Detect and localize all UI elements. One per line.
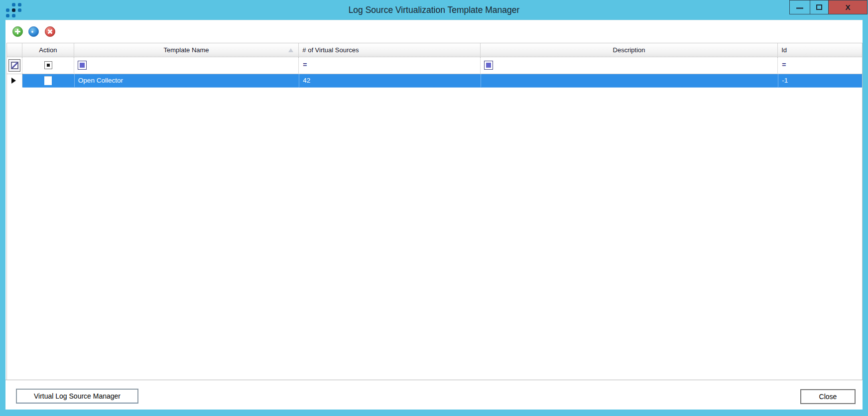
grid-filter-row: = = bbox=[7, 57, 862, 74]
close-button[interactable]: Close bbox=[800, 389, 856, 404]
action-filter-checkbox-icon[interactable] bbox=[44, 61, 52, 69]
filter-selector-cell bbox=[7, 57, 22, 74]
minimize-button[interactable] bbox=[789, 0, 810, 14]
filter-description-cell[interactable] bbox=[481, 57, 778, 74]
slashed-square-filter-icon bbox=[11, 62, 18, 69]
maximize-icon bbox=[816, 4, 822, 10]
close-icon: X bbox=[845, 3, 850, 11]
action-checkbox[interactable] bbox=[44, 76, 52, 85]
titlebar: Log Source Virtualization Template Manag… bbox=[0, 0, 868, 20]
delete-template-button[interactable] bbox=[45, 26, 55, 37]
close-window-button[interactable]: X bbox=[828, 0, 868, 14]
header-description[interactable]: Description bbox=[481, 43, 778, 57]
filter-id-cell[interactable]: = bbox=[778, 57, 862, 74]
template-grid: Action Template Name # of Virtual Source… bbox=[6, 43, 863, 380]
virtual-log-source-manager-button[interactable]: Virtual Log Source Manager bbox=[16, 389, 138, 404]
action-cell[interactable] bbox=[22, 74, 74, 88]
table-row[interactable]: Open Collector 42 -1 bbox=[7, 74, 862, 88]
header-description-label: Description bbox=[613, 46, 645, 54]
id-cell[interactable]: -1 bbox=[778, 74, 862, 88]
template-name-filter-square-icon[interactable] bbox=[78, 61, 87, 70]
add-template-button[interactable] bbox=[12, 26, 23, 37]
description-cell[interactable] bbox=[481, 74, 778, 88]
filter-template-name-cell[interactable] bbox=[74, 57, 299, 74]
header-virtual-sources[interactable]: # of Virtual Sources bbox=[299, 43, 481, 57]
description-filter-square-icon[interactable] bbox=[484, 61, 493, 70]
header-action-label: Action bbox=[39, 46, 57, 54]
footer-panel: Virtual Log Source Manager Close bbox=[5, 380, 863, 410]
header-virtual-sources-label: # of Virtual Sources bbox=[302, 46, 359, 54]
properties-button[interactable] bbox=[28, 26, 39, 37]
filter-action-cell[interactable] bbox=[22, 57, 74, 74]
header-row-selector[interactable] bbox=[7, 43, 22, 57]
equals-operator-icon[interactable]: = bbox=[782, 61, 786, 69]
current-row-arrow-icon bbox=[11, 78, 16, 84]
template-name-cell[interactable]: Open Collector bbox=[74, 74, 299, 88]
current-row-indicator-cell bbox=[7, 74, 22, 88]
equals-operator-icon[interactable]: = bbox=[303, 61, 307, 69]
header-id-label: Id bbox=[781, 46, 787, 54]
virtual-sources-cell[interactable]: 42 bbox=[299, 74, 481, 88]
clear-filter-button[interactable] bbox=[8, 59, 20, 72]
grid-header-row: Action Template Name # of Virtual Source… bbox=[7, 43, 862, 57]
header-template-name-label: Template Name bbox=[164, 46, 209, 54]
filter-virtual-sources-cell[interactable]: = bbox=[299, 57, 481, 74]
header-template-name[interactable]: Template Name bbox=[74, 43, 299, 57]
minimize-icon bbox=[796, 7, 803, 9]
header-action[interactable]: Action bbox=[22, 43, 74, 57]
window-content: Action Template Name # of Virtual Source… bbox=[5, 20, 863, 409]
sort-ascending-icon bbox=[288, 48, 293, 52]
maximize-button[interactable] bbox=[810, 0, 829, 14]
window-controls: X bbox=[790, 0, 868, 14]
header-id[interactable]: Id bbox=[778, 43, 862, 57]
window-title: Log Source Virtualization Template Manag… bbox=[0, 0, 868, 20]
toolbar bbox=[5, 20, 863, 43]
